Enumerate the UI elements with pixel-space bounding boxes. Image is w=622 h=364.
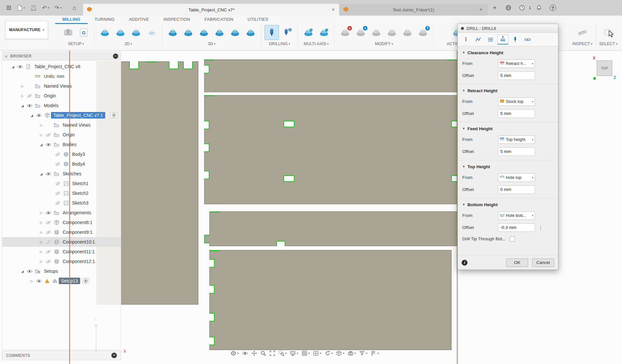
drill-tip-checkbox[interactable]	[510, 236, 515, 242]
expand-arrow-icon[interactable]: ▷	[38, 231, 44, 234]
zoom-icon[interactable]	[259, 349, 267, 357]
ribbon-group-label[interactable]: DRILLING▾	[269, 42, 290, 46]
toolpath-3d-icon[interactable]	[181, 25, 195, 40]
tree-row[interactable]: Body3	[2, 149, 121, 159]
more-options-icon[interactable]: ⋮	[538, 225, 543, 231]
ribbon-group-label[interactable]: 3D▾	[208, 42, 216, 46]
ribbon-group-label[interactable]: 2D▾	[124, 42, 132, 46]
activate-radio[interactable]	[82, 278, 89, 284]
tree-row[interactable]: Sketch3	[2, 198, 121, 208]
toolpath-2d-icon[interactable]	[98, 25, 112, 40]
tree-row[interactable]: ◢Table_Project_CNC v6	[2, 62, 121, 71]
activate-radio[interactable]	[110, 112, 118, 118]
modify-icon[interactable]	[369, 25, 383, 40]
from-dropdown[interactable]: Stock top▾	[498, 97, 535, 106]
tree-row[interactable]: ▷Named Views	[2, 120, 121, 130]
ribbon-group-label[interactable]: MULTI-AXIS▾	[304, 42, 329, 46]
expand-arrow-icon[interactable]: ◢	[38, 172, 44, 176]
visibility-eye-icon[interactable]	[44, 211, 53, 215]
expand-arrow-icon[interactable]: ▷	[38, 133, 44, 137]
tree-row[interactable]: ▷Arrangements	[2, 208, 121, 218]
undo-icon[interactable]: ↶▾	[40, 2, 51, 13]
close-tab-icon[interactable]: ×	[331, 7, 335, 13]
toolpath-2d-icon[interactable]	[113, 25, 128, 40]
extensions-icon[interactable]	[503, 2, 514, 13]
visibility-eye-icon[interactable]	[44, 172, 53, 176]
modify-icon[interactable]	[400, 25, 415, 40]
geometry-tab-icon[interactable]	[473, 35, 484, 44]
offset-input[interactable]	[498, 223, 535, 232]
visibility-eye-icon[interactable]	[35, 113, 43, 118]
tree-row[interactable]: ▷Origin	[2, 91, 121, 101]
visibility-eye-icon[interactable]	[54, 182, 62, 186]
visibility-eye-icon[interactable]	[35, 279, 43, 283]
expand-arrow-icon[interactable]: ▷	[19, 94, 25, 98]
cnc-panel[interactable]	[204, 95, 457, 204]
close-tab-icon[interactable]: ×	[479, 7, 483, 13]
visibility-eye-icon[interactable]	[54, 162, 62, 166]
visibility-eye-icon[interactable]	[54, 191, 62, 195]
tree-row[interactable]: Body4	[2, 159, 121, 169]
ribbon-tab-additive[interactable]: ADDITIVE	[122, 16, 156, 24]
offset-input[interactable]	[498, 185, 535, 194]
tree-row[interactable]: ▷Named Views	[2, 81, 121, 91]
ok-button[interactable]: OK	[506, 258, 528, 267]
tree-row[interactable]: ◢Table_Project_CNC v7:1	[2, 110, 121, 120]
view-cube[interactable]: X TOP Z	[593, 56, 620, 84]
from-dropdown[interactable]: Hole top▾	[498, 173, 535, 182]
visibility-eye-icon[interactable]	[44, 259, 53, 264]
select-icon[interactable]	[601, 25, 616, 40]
tree-row[interactable]: ◢Sketches	[2, 169, 121, 179]
visibility-eye-icon[interactable]	[25, 269, 34, 273]
info-icon[interactable]: i	[462, 260, 467, 266]
redo-icon[interactable]: ↷▾	[53, 2, 64, 13]
expand-arrow-icon[interactable]: ◢	[19, 104, 25, 107]
heights-tab-icon[interactable]	[497, 35, 508, 44]
new-tab-icon[interactable]: +	[489, 2, 500, 13]
tree-row[interactable]: ◢Bodies	[2, 140, 121, 149]
expand-arrow-icon[interactable]: ◢	[10, 65, 16, 69]
expand-arrow-icon[interactable]: ▷	[38, 123, 44, 127]
linking-tab-icon[interactable]	[522, 35, 533, 44]
toolpath-2d-icon[interactable]	[129, 25, 143, 40]
face-icon[interactable]	[144, 25, 159, 40]
cnc-panel[interactable]	[209, 211, 457, 246]
from-dropdown[interactable]: Retract h...▾	[498, 59, 535, 68]
visibility-eye-icon[interactable]	[44, 133, 53, 137]
tree-row[interactable]: ▷Component9:1	[2, 227, 121, 237]
visibility-eye-icon[interactable]	[54, 201, 62, 205]
document-tab[interactable]: Test-Joints_Fräse*(1)×	[340, 4, 487, 16]
section-header[interactable]: ▼Bottom Height	[462, 200, 554, 209]
save-icon[interactable]	[28, 2, 39, 13]
visibility-eye-icon[interactable]	[44, 220, 53, 225]
comments-bar[interactable]: COMMENTS +	[2, 351, 121, 360]
section-header[interactable]: ▼Feed Height	[462, 124, 554, 133]
expand-arrow-icon[interactable]: ▷	[38, 211, 44, 215]
expand-arrow-icon[interactable]: ▷	[29, 279, 35, 283]
modify-icon[interactable]: +	[354, 25, 368, 40]
viewcube-top-face[interactable]: TOP	[597, 60, 612, 76]
add-comment-icon[interactable]: +	[111, 353, 117, 358]
refresh-icon[interactable]: ▾	[323, 349, 334, 357]
machine-icon[interactable]	[61, 25, 75, 40]
expand-arrow-icon[interactable]: ▷	[19, 84, 25, 88]
drill-hole[interactable]	[283, 121, 294, 127]
tree-row[interactable]: Sketch2	[2, 188, 121, 198]
expand-arrow-icon[interactable]: ▷	[38, 250, 44, 254]
tree-row[interactable]: ▷Origin	[2, 130, 121, 140]
section-header[interactable]: ▼Retract Height	[462, 86, 554, 95]
tree-row[interactable]: Units: mm	[2, 71, 121, 81]
toolpath-3d-icon[interactable]	[243, 25, 258, 40]
cancel-button[interactable]: Cancel	[532, 258, 554, 267]
ribbon-tab-milling[interactable]: MILLING	[55, 16, 88, 24]
ribbon-tab-utilities[interactable]: UTILITIES	[241, 16, 275, 24]
home-icon[interactable]: ⌂	[69, 0, 80, 16]
modify-icon[interactable]	[385, 25, 399, 40]
expand-arrow-icon[interactable]: ◢	[19, 270, 25, 273]
capture-icon[interactable]: ▾	[346, 349, 357, 357]
job-status-icon[interactable]	[516, 2, 528, 13]
ribbon-group-label[interactable]: SELECT▾	[599, 42, 617, 46]
offset-input[interactable]	[498, 109, 535, 118]
zoom-window-icon[interactable]: ▾	[277, 349, 288, 357]
drill-icon[interactable]	[265, 25, 279, 40]
